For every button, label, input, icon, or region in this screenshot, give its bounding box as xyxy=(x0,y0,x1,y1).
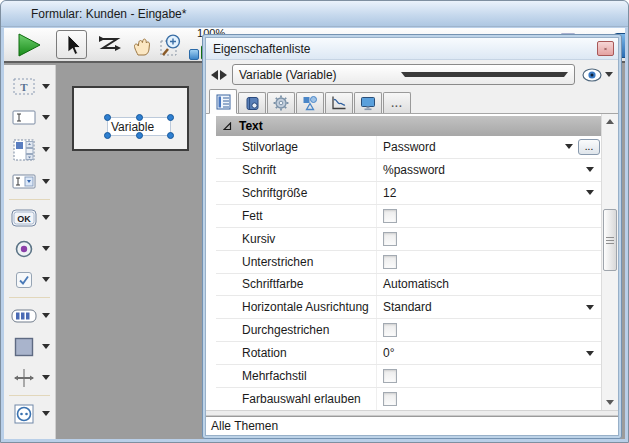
dropdown-arrow-icon[interactable] xyxy=(42,179,50,184)
sidebar-item-combo-box-tool[interactable] xyxy=(4,166,55,197)
property-label: Rotation xyxy=(216,346,376,360)
selection-handle[interactable] xyxy=(167,114,174,121)
panel-titlebar[interactable]: Eigenschaftenliste xyxy=(206,38,618,60)
property-label: Mehrfachstil xyxy=(216,369,376,383)
property-value: Automatisch xyxy=(383,277,449,291)
run-preview-button[interactable] xyxy=(16,32,42,58)
tab-data-source[interactable] xyxy=(238,92,266,113)
sidebar-item-radio-button-tool[interactable] xyxy=(4,233,55,264)
tab-settings[interactable] xyxy=(267,92,295,113)
tab-property-list[interactable] xyxy=(209,89,237,114)
sidebar-item-ok-button-tool[interactable]: OK xyxy=(4,202,55,233)
dropdown-arrow-icon[interactable] xyxy=(42,277,50,282)
property-row-rotation[interactable]: Rotation 0° xyxy=(216,342,601,365)
chart-curve-icon xyxy=(331,95,347,111)
pan-tool-button[interactable] xyxy=(130,33,154,57)
sidebar-item-panel-frame-tool[interactable] xyxy=(4,331,55,362)
panel-footer[interactable]: Alle Themen xyxy=(206,416,618,435)
scrollbar-thumb[interactable] xyxy=(603,209,617,271)
property-row-horizontale-ausrichtung[interactable]: Horizontale Ausrichtung Standard xyxy=(216,296,601,319)
checkbox[interactable] xyxy=(383,323,397,337)
dropdown-arrow-icon[interactable] xyxy=(42,375,50,380)
property-label: Durchgestrichen xyxy=(216,323,376,337)
tab-order-tool-button[interactable] xyxy=(96,33,122,57)
sidebar-item-edit-field-tool[interactable] xyxy=(4,102,55,133)
dropdown-arrow-icon[interactable] xyxy=(42,344,50,349)
sidebar-item-custom-control-tool[interactable] xyxy=(4,398,55,429)
zoom-select-tool-button[interactable] xyxy=(159,32,185,58)
checkbox-icon xyxy=(15,271,33,289)
checkbox[interactable] xyxy=(383,255,397,269)
dropdown-arrow-icon[interactable] xyxy=(586,351,594,356)
panel-close-button[interactable] xyxy=(597,41,614,56)
form-design-area[interactable]: Variable xyxy=(72,86,189,151)
ellipsis-button[interactable]: ... xyxy=(578,139,600,155)
sidebar-item-static-text-tool[interactable]: T xyxy=(4,71,55,102)
dropdown-arrow-icon[interactable] xyxy=(42,246,50,251)
dropdown-arrow-icon[interactable] xyxy=(586,167,594,172)
dropdown-arrow-icon[interactable] xyxy=(42,147,50,152)
tab-objects[interactable] xyxy=(296,92,324,113)
cursor-arrow-icon xyxy=(61,33,83,57)
object-selector-dropdown[interactable]: Variable (Variable) xyxy=(232,64,575,85)
vertical-scrollbar[interactable] xyxy=(601,114,618,410)
property-row-schriftfarbe[interactable]: Schriftfarbe Automatisch xyxy=(216,274,601,297)
property-row-stilvorlage[interactable]: Stilvorlage Password ... xyxy=(216,136,601,159)
checkbox[interactable] xyxy=(383,392,397,406)
dropdown-arrow-icon[interactable] xyxy=(565,144,573,149)
property-list-icon xyxy=(216,94,231,110)
dropdown-arrow-icon[interactable] xyxy=(42,115,50,120)
select-tool-button[interactable] xyxy=(56,30,87,59)
property-row-durchgestrichen[interactable]: Durchgestrichen xyxy=(216,319,601,342)
dropdown-arrow-icon[interactable] xyxy=(42,313,50,318)
object-selector-value: Variable (Variable) xyxy=(239,68,398,82)
property-row-farbauswahl-erlauben[interactable]: Farbauswahl erlauben xyxy=(216,388,601,410)
panel-title: Eigenschaftenliste xyxy=(213,42,597,56)
dropdown-arrow-icon[interactable] xyxy=(586,190,594,195)
property-value: Standard xyxy=(383,300,432,314)
property-row-mehrfachstil[interactable]: Mehrfachstil xyxy=(216,365,601,388)
property-row-schriftgroesse[interactable]: Schriftgröße 12 xyxy=(216,182,601,205)
selected-variable-element[interactable]: Variable xyxy=(107,117,171,136)
next-object-icon[interactable] xyxy=(220,70,227,80)
property-label: Schriftgröße xyxy=(216,186,376,200)
sidebar-item-splitter-tool[interactable] xyxy=(4,362,55,393)
checkbox[interactable] xyxy=(383,369,397,383)
play-icon xyxy=(16,32,42,58)
selection-handle[interactable] xyxy=(104,132,111,139)
selection-handle[interactable] xyxy=(167,132,174,139)
property-label: Fett xyxy=(216,209,376,223)
tab-chart[interactable] xyxy=(325,92,353,113)
segmented-bars-icon xyxy=(11,309,37,323)
section-header-text[interactable]: Text xyxy=(216,116,601,136)
window-titlebar[interactable]: Formular: Kunden - Eingabe* xyxy=(1,1,628,27)
selection-handle[interactable] xyxy=(136,114,143,121)
hand-icon xyxy=(130,33,154,57)
selection-handle[interactable] xyxy=(104,114,111,121)
dropdown-arrow-icon[interactable] xyxy=(42,411,50,416)
sidebar-item-segmented-control-tool[interactable] xyxy=(4,300,55,331)
property-row-kursiv[interactable]: Kursiv xyxy=(216,228,601,251)
object-navigation-row: Variable (Variable) xyxy=(206,60,618,89)
sidebar-item-checkbox-tool[interactable] xyxy=(4,264,55,295)
property-label: Unterstrichen xyxy=(216,255,376,269)
property-row-schrift[interactable]: Schrift %password xyxy=(216,159,601,182)
property-row-fett[interactable]: Fett xyxy=(216,205,601,228)
property-value: 0° xyxy=(383,346,394,360)
visibility-control[interactable] xyxy=(582,68,613,82)
property-rows: Stilvorlage Password ... Schrift %passwo… xyxy=(216,136,601,410)
previous-object-icon[interactable] xyxy=(211,70,218,80)
checkbox[interactable] xyxy=(383,209,397,223)
tab-more[interactable]: ... xyxy=(383,92,411,113)
selection-handle[interactable] xyxy=(136,132,143,139)
checkbox[interactable] xyxy=(383,232,397,246)
scroll-up-button[interactable] xyxy=(602,114,618,129)
sidebar-item-list-box-tool[interactable] xyxy=(4,133,55,166)
property-row-unterstrichen[interactable]: Unterstrichen xyxy=(216,251,601,274)
dropdown-arrow-icon[interactable] xyxy=(42,84,50,89)
scroll-down-button[interactable] xyxy=(602,395,618,410)
dropdown-arrow-icon[interactable] xyxy=(42,215,50,220)
tab-display[interactable] xyxy=(354,92,382,113)
gear-icon xyxy=(273,95,289,111)
dropdown-arrow-icon[interactable] xyxy=(586,305,594,310)
